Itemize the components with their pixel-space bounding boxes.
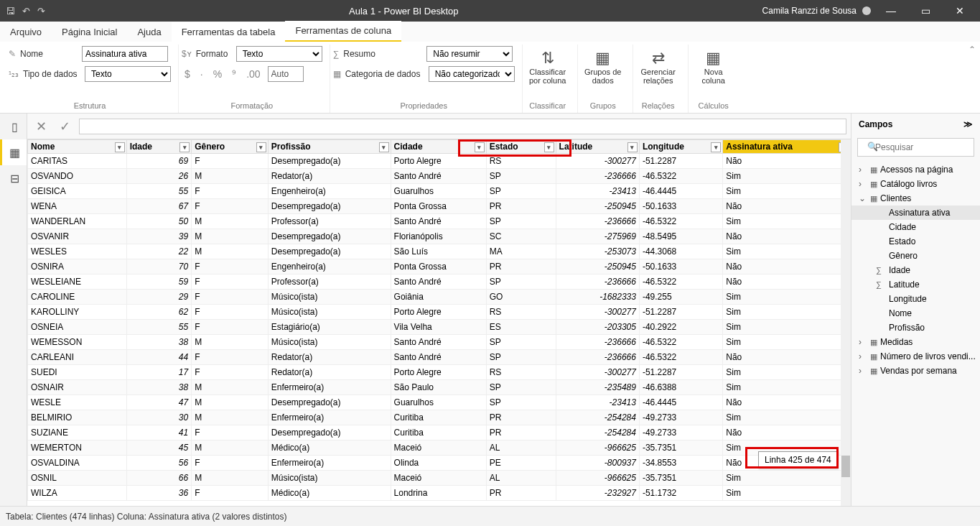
table-row[interactable]: SUEDI17FRedator(a)Porto AlegreRS-300277-…: [28, 365, 851, 380]
cell[interactable]: 67: [126, 199, 191, 214]
column-header[interactable]: Longitude▾: [639, 140, 722, 154]
cell[interactable]: Desempregado(a): [268, 425, 391, 440]
cell[interactable]: WESLE: [28, 395, 127, 410]
cell[interactable]: M: [192, 169, 269, 184]
cell[interactable]: GO: [486, 290, 556, 305]
cell[interactable]: PR: [486, 410, 556, 425]
cell[interactable]: -46.4445: [639, 395, 722, 410]
column-header[interactable]: Assinatura ativa▾: [723, 140, 851, 154]
field-item[interactable]: Gênero: [851, 249, 980, 263]
cell[interactable]: -34.8553: [639, 456, 722, 471]
cell[interactable]: Guarulhos: [391, 395, 486, 410]
cell[interactable]: Sim: [723, 471, 851, 486]
cell[interactable]: Maceió: [391, 440, 486, 456]
minimize-button[interactable]: —: [877, 5, 905, 17]
cell[interactable]: SUEDI: [28, 365, 127, 380]
cell[interactable]: F: [192, 274, 269, 290]
cell[interactable]: 30: [126, 410, 191, 425]
cell[interactable]: Sim: [723, 169, 851, 184]
table-row[interactable]: CARLEANI44FRedator(a)Santo AndréSP-23666…: [28, 350, 851, 365]
table-row[interactable]: BELMIRIO30MEnfermeiro(a)CuritibaPR-25428…: [28, 410, 851, 425]
cell[interactable]: -51.2287: [639, 154, 722, 169]
cell[interactable]: RS: [486, 154, 556, 169]
cell[interactable]: F: [192, 365, 269, 380]
cell[interactable]: Músico(ista): [268, 335, 391, 350]
table-row[interactable]: WEMESSON38MMúsico(ista)Santo AndréSP-236…: [28, 335, 851, 350]
expand-icon[interactable]: ≫: [963, 119, 973, 129]
cell[interactable]: -49.2733: [639, 425, 722, 440]
cell[interactable]: Santo André: [391, 274, 486, 290]
cell[interactable]: Vila Velha: [391, 320, 486, 335]
filter-icon[interactable]: ▾: [627, 142, 638, 152]
cell[interactable]: Guarulhos: [391, 184, 486, 199]
cell[interactable]: OSVALDINA: [28, 456, 127, 471]
table-row[interactable]: OSNAIR38MEnfermeiro(a)São PauloSP-235489…: [28, 380, 851, 395]
cell[interactable]: Curitiba: [391, 425, 486, 440]
cell[interactable]: CAROLINE: [28, 290, 127, 305]
filter-icon[interactable]: ▾: [379, 142, 389, 152]
cell[interactable]: BELMIRIO: [28, 410, 127, 425]
cell[interactable]: M: [192, 380, 269, 395]
cell[interactable]: -250945: [556, 199, 639, 214]
cell[interactable]: M: [192, 471, 269, 486]
cell[interactable]: -236666: [556, 335, 639, 350]
cell[interactable]: Desempregado(a): [268, 199, 391, 214]
cell[interactable]: CARITAS: [28, 154, 127, 169]
thousand-icon[interactable]: ⁹: [229, 68, 239, 80]
cell[interactable]: -275969: [556, 229, 639, 244]
cell[interactable]: 59: [126, 274, 191, 290]
filter-icon[interactable]: ▾: [179, 142, 190, 152]
classificar-button[interactable]: ⇅Classificar por coluna: [526, 46, 570, 85]
cell[interactable]: Enfermeiro(a): [268, 410, 391, 425]
cell[interactable]: Porto Alegre: [391, 305, 486, 320]
field-item[interactable]: Assinatura ativa: [851, 206, 980, 220]
report-view-button[interactable]: ▯: [0, 114, 27, 139]
cell[interactable]: Londrina: [391, 486, 486, 501]
cell[interactable]: Maceió: [391, 471, 486, 486]
field-item[interactable]: Longitude: [851, 292, 980, 306]
cell[interactable]: -49.255: [639, 290, 722, 305]
cell[interactable]: -1682333: [556, 290, 639, 305]
cell[interactable]: -51.2287: [639, 365, 722, 380]
cell[interactable]: Desempregado(a): [268, 244, 391, 259]
cell[interactable]: MA: [486, 244, 556, 259]
save-icon[interactable]: 🖫: [6, 6, 15, 17]
cell[interactable]: Sim: [723, 320, 851, 335]
table-row[interactable]: WESLE47MDesempregado(a)GuarulhosSP-23413…: [28, 395, 851, 410]
cell[interactable]: M: [192, 410, 269, 425]
tab-ferramentas-coluna[interactable]: Ferramentas de coluna: [285, 21, 401, 42]
table-row[interactable]: OSVANDO26MRedator(a)Santo AndréSP-236666…: [28, 169, 851, 184]
column-header[interactable]: Idade▾: [126, 140, 191, 154]
table-row[interactable]: CARITAS69FDesempregado(a)Porto AlegreRS-…: [28, 154, 851, 169]
avatar-icon[interactable]: [862, 6, 871, 15]
cell[interactable]: WESLEIANE: [28, 274, 127, 290]
cell[interactable]: Não: [723, 154, 851, 169]
cell[interactable]: Porto Alegre: [391, 154, 486, 169]
cell[interactable]: SP: [486, 274, 556, 290]
cell[interactable]: Médico(a): [268, 440, 391, 456]
cell[interactable]: 17: [126, 365, 191, 380]
cell[interactable]: Não: [723, 259, 851, 274]
cell[interactable]: Médico(a): [268, 486, 391, 501]
cell[interactable]: -236666: [556, 214, 639, 229]
cell[interactable]: M: [192, 335, 269, 350]
cell[interactable]: -35.7351: [639, 471, 722, 486]
cell[interactable]: Curitiba: [391, 410, 486, 425]
tree-node[interactable]: ⌄▦Clientes: [851, 191, 980, 206]
cell[interactable]: WEMERTON: [28, 440, 127, 456]
cell[interactable]: São Luís: [391, 244, 486, 259]
table-row[interactable]: WEMERTON45MMédico(a)MaceióAL-966625-35.7…: [28, 440, 851, 456]
column-header[interactable]: Nome▾: [28, 140, 127, 154]
close-button[interactable]: ✕: [946, 5, 974, 17]
grupos-button[interactable]: ▦Grupos de dados: [581, 46, 625, 85]
cell[interactable]: Enfermeiro(a): [268, 456, 391, 471]
cell[interactable]: -46.4445: [639, 184, 722, 199]
cell[interactable]: -51.2287: [639, 305, 722, 320]
cell[interactable]: 38: [126, 380, 191, 395]
cell[interactable]: M: [192, 214, 269, 229]
cell[interactable]: 55: [126, 184, 191, 199]
cell[interactable]: 45: [126, 440, 191, 456]
cell[interactable]: SP: [486, 184, 556, 199]
cell[interactable]: -35.7351: [639, 440, 722, 456]
cell[interactable]: OSNEIA: [28, 320, 127, 335]
